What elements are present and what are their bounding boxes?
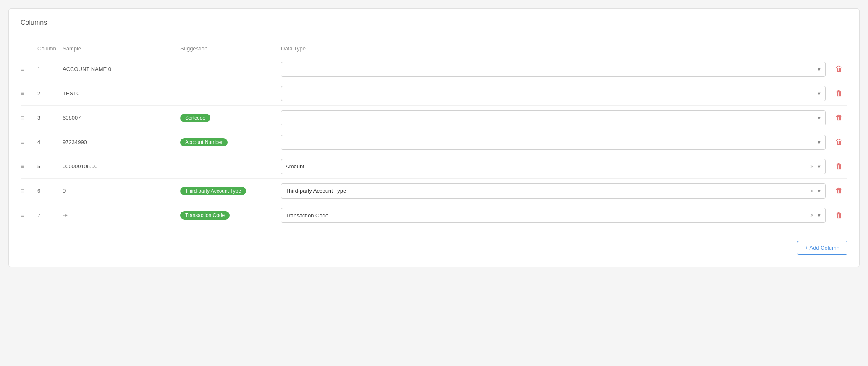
- data-type-cell: Account NameAccount NumberSortcodeAmount…: [281, 135, 831, 150]
- data-type-select[interactable]: Account NameAccount NumberSortcodeAmount…: [281, 159, 826, 174]
- suggestion-cell: Third-party Account Type: [180, 187, 281, 195]
- clear-selection-button[interactable]: ×: [810, 188, 814, 194]
- add-column-button[interactable]: + Add Column: [797, 241, 847, 255]
- delete-row-button[interactable]: 🗑: [831, 160, 847, 173]
- data-type-select[interactable]: Account NameAccount NumberSortcodeAmount…: [281, 110, 826, 125]
- drag-handle-icon[interactable]: ≡: [21, 139, 37, 146]
- section-title: Columns: [21, 19, 847, 26]
- sample-value: 97234990: [63, 139, 180, 145]
- sample-value: 99: [63, 212, 180, 219]
- drag-handle-icon[interactable]: ≡: [21, 65, 37, 73]
- data-type-select[interactable]: Account NameAccount NumberSortcodeAmount…: [281, 135, 826, 150]
- sample-value: 000000106.00: [63, 163, 180, 170]
- data-type-cell: Account NameAccount NumberSortcodeAmount…: [281, 159, 831, 174]
- data-type-cell: Account NameAccount NumberSortcodeAmount…: [281, 62, 831, 77]
- row-number: 3: [37, 115, 63, 121]
- rows-container: ≡1ACCOUNT NAME 0Account NameAccount Numb…: [21, 57, 847, 227]
- row-number: 6: [37, 188, 63, 194]
- divider: [21, 35, 847, 35]
- table-row: ≡1ACCOUNT NAME 0Account NameAccount Numb…: [21, 57, 847, 81]
- delete-row-button[interactable]: 🗑: [831, 209, 847, 222]
- drag-handle-icon[interactable]: ≡: [21, 163, 37, 170]
- col-header-sample: Sample: [63, 45, 180, 52]
- row-number: 4: [37, 139, 63, 145]
- sample-value: ACCOUNT NAME 0: [63, 66, 180, 72]
- columns-panel: Columns Column Sample Suggestion Data Ty…: [8, 8, 860, 267]
- table-row: ≡497234990Account NumberAccount NameAcco…: [21, 130, 847, 154]
- row-number: 7: [37, 212, 63, 219]
- col-header-datatype: Data Type: [281, 45, 831, 52]
- drag-handle-icon[interactable]: ≡: [21, 114, 37, 122]
- delete-row-button[interactable]: 🗑: [831, 87, 847, 99]
- col-header-action: [831, 45, 847, 52]
- drag-handle-icon[interactable]: ≡: [21, 90, 37, 97]
- data-type-select[interactable]: Account NameAccount NumberSortcodeAmount…: [281, 86, 826, 101]
- table-row: ≡3608007SortcodeAccount NameAccount Numb…: [21, 106, 847, 130]
- data-type-cell: Account NameAccount NumberSortcodeAmount…: [281, 110, 831, 125]
- sample-value: 0: [63, 188, 180, 194]
- drag-handle-icon[interactable]: ≡: [21, 187, 37, 195]
- sample-value: 608007: [63, 115, 180, 121]
- delete-row-button[interactable]: 🗑: [831, 112, 847, 124]
- suggestion-badge: Transaction Code: [180, 211, 230, 220]
- table-row: ≡2TEST0Account NameAccount NumberSortcod…: [21, 81, 847, 106]
- add-column-label: + Add Column: [805, 245, 839, 251]
- footer: + Add Column: [21, 236, 847, 255]
- suggestion-cell: Sortcode: [180, 114, 281, 122]
- clear-selection-button[interactable]: ×: [810, 212, 814, 219]
- suggestion-badge: Third-party Account Type: [180, 187, 246, 195]
- suggestion-cell: Account Number: [180, 138, 281, 146]
- row-number: 5: [37, 163, 63, 170]
- table-header: Column Sample Suggestion Data Type: [21, 42, 847, 57]
- row-number: 1: [37, 66, 63, 72]
- col-header-suggestion: Suggestion: [180, 45, 281, 52]
- suggestion-cell: Transaction Code: [180, 211, 281, 220]
- table-row: ≡60Third-party Account TypeAccount NameA…: [21, 179, 847, 203]
- table-row: ≡799Transaction CodeAccount NameAccount …: [21, 203, 847, 227]
- data-type-cell: Account NameAccount NumberSortcodeAmount…: [281, 183, 831, 199]
- delete-row-button[interactable]: 🗑: [831, 136, 847, 148]
- col-header-column: Column: [37, 45, 63, 52]
- data-type-select[interactable]: Account NameAccount NumberSortcodeAmount…: [281, 62, 826, 77]
- data-type-cell: Account NameAccount NumberSortcodeAmount…: [281, 208, 831, 223]
- data-type-select[interactable]: Account NameAccount NumberSortcodeAmount…: [281, 208, 826, 223]
- drag-handle-icon[interactable]: ≡: [21, 212, 37, 219]
- table-row: ≡5000000106.00Account NameAccount Number…: [21, 154, 847, 179]
- sample-value: TEST0: [63, 90, 180, 97]
- col-header-drag: [21, 45, 37, 52]
- row-number: 2: [37, 90, 63, 97]
- clear-selection-button[interactable]: ×: [810, 163, 814, 170]
- delete-row-button[interactable]: 🗑: [831, 185, 847, 197]
- data-type-select[interactable]: Account NameAccount NumberSortcodeAmount…: [281, 183, 826, 199]
- data-type-cell: Account NameAccount NumberSortcodeAmount…: [281, 86, 831, 101]
- suggestion-badge: Sortcode: [180, 114, 210, 122]
- suggestion-badge: Account Number: [180, 138, 228, 146]
- delete-row-button[interactable]: 🗑: [831, 63, 847, 75]
